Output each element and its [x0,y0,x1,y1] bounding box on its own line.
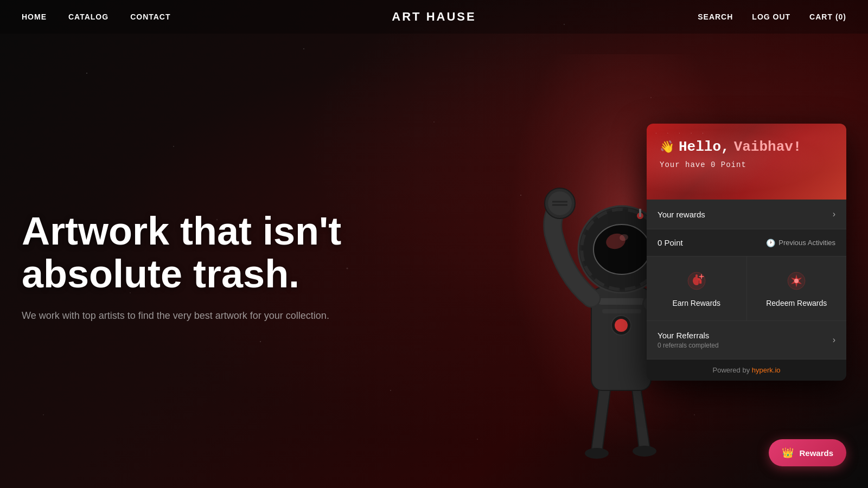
greeting-name: Vaibhav! [734,139,802,155]
rewards-floating-button[interactable]: 👑 Rewards [769,439,846,466]
referrals-count: 0 referrals completed [658,342,719,349]
header: HOME CATALOG CONTACT ART HAUSE SEARCH LO… [0,0,868,34]
svg-point-17 [593,224,650,274]
svg-point-2 [633,446,656,457]
hero-subtitle: We work with top artists to find the ver… [22,309,391,324]
your-rewards-label: Your rewards [658,210,705,219]
referrals-label: Your Referrals [658,331,719,340]
earn-rewards-icon [685,269,708,292]
svg-point-7 [615,319,628,332]
redeem-rewards-label: Redeem Rewards [766,299,827,307]
site-title: ART HAUSE [392,10,476,24]
clock-icon: 🕐 [766,239,775,247]
svg-point-1 [585,448,609,459]
crown-icon: 👑 [782,447,794,459]
svg-rect-5 [602,309,641,313]
svg-point-10 [548,191,572,215]
greeting-prefix: Hello, [679,139,730,155]
redeem-rewards-button[interactable]: Redeem Rewards [747,256,847,320]
greeting-text: 👋 Hello, Vaibhav! [660,139,833,155]
hero-title: Artwork that isn't absolute trash. [22,210,391,296]
your-rewards-row[interactable]: Your rewards › [647,200,846,229]
nav-cart[interactable]: CART (0) [809,12,846,21]
points-row: 0 Point 🕐 Previous Activities [647,229,846,256]
powered-by-text: Powered by [712,366,751,374]
nav-left: HOME CATALOG CONTACT [22,12,171,21]
rewards-panel-header: 👋 Hello, Vaibhav! Your have 0 Point [647,124,846,200]
referrals-info: Your Referrals 0 referrals completed [658,331,719,349]
points-value: 0 Point [658,238,683,247]
points-header-text: Your have 0 Point [660,160,833,169]
nav-home[interactable]: HOME [22,12,47,21]
nav-right: SEARCH LOG OUT CART (0) [698,12,846,21]
previous-activities-label: Previous Activities [778,239,835,247]
svg-rect-4 [598,298,646,305]
rewards-button-label: Rewards [799,448,833,458]
powered-by-link[interactable]: hyperk.io [752,366,781,374]
referrals-chevron-icon: › [833,335,835,345]
wave-icon: 👋 [660,140,674,155]
powered-by: Powered by hyperk.io [647,359,846,381]
nav-search[interactable]: SEARCH [698,12,733,21]
hero-content: Artwork that isn't absolute trash. We wo… [22,210,391,323]
rewards-panel: 👋 Hello, Vaibhav! Your have 0 Point Your… [647,124,846,381]
nav-contact[interactable]: CONTACT [130,12,170,21]
redeem-rewards-icon [785,269,808,292]
svg-rect-22 [639,209,641,217]
earn-rewards-label: Earn Rewards [672,299,720,307]
referrals-row[interactable]: Your Referrals 0 referrals completed › [647,321,846,359]
actions-grid: Earn Rewards Redeem Rewards [647,256,846,321]
nav-catalog[interactable]: CATALOG [68,12,108,21]
previous-activities-button[interactable]: 🕐 Previous Activities [766,239,835,247]
svg-point-30 [794,279,799,283]
rewards-body: Your rewards › 0 Point 🕐 Previous Activi… [647,200,846,381]
nav-logout[interactable]: LOG OUT [752,12,790,21]
earn-rewards-button[interactable]: Earn Rewards [647,256,746,320]
chevron-right-icon: › [833,209,835,219]
